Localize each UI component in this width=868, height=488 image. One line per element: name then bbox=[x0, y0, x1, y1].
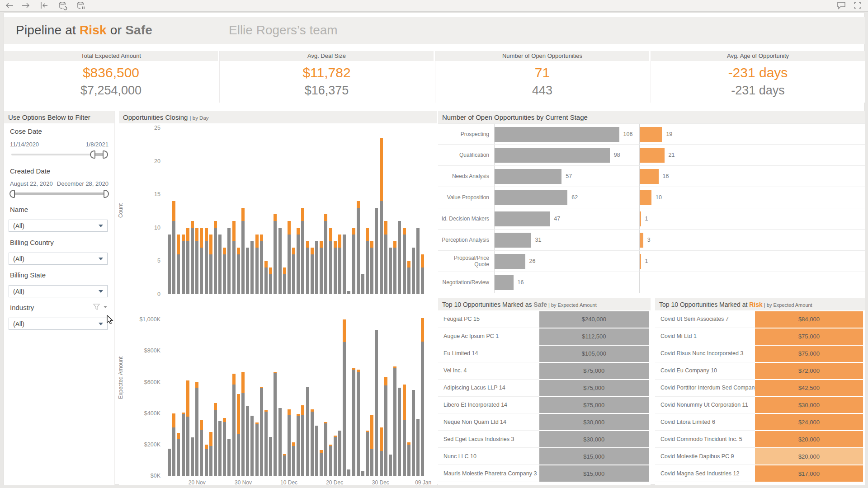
safe-segment[interactable] bbox=[246, 248, 249, 294]
table-row[interactable]: Covid Mi Ltd 1$75,000 bbox=[655, 328, 863, 345]
table-row[interactable]: Adipiscing Lacus LLP 14$75,000 bbox=[438, 380, 649, 397]
stacked-bar[interactable] bbox=[255, 312, 259, 476]
table-row[interactable]: Nunc LLC 10$15,000 bbox=[438, 448, 649, 465]
safe-segment[interactable] bbox=[403, 420, 406, 476]
forward-button[interactable] bbox=[20, 1, 32, 10]
risk-segment[interactable] bbox=[200, 228, 203, 248]
expected-amount-cell[interactable]: $42,500 bbox=[755, 380, 863, 396]
safe-segment[interactable] bbox=[324, 423, 327, 476]
stacked-bar[interactable] bbox=[214, 128, 217, 294]
table-row[interactable]: Feugiat PC 15$240,000 bbox=[438, 311, 649, 328]
open-bar[interactable] bbox=[495, 148, 610, 163]
safe-segment[interactable] bbox=[195, 388, 198, 476]
stage-row[interactable]: Value Proposition6210 bbox=[438, 187, 865, 208]
risk-segment[interactable] bbox=[393, 241, 396, 248]
open-bar[interactable] bbox=[495, 190, 567, 205]
stacked-bar[interactable] bbox=[237, 312, 240, 476]
safe-segment[interactable] bbox=[191, 437, 194, 476]
stacked-bar[interactable] bbox=[223, 128, 226, 294]
risk-segment[interactable] bbox=[320, 450, 323, 453]
created-date-slider[interactable] bbox=[11, 193, 107, 195]
open-bar[interactable] bbox=[495, 127, 619, 142]
risk-segment[interactable] bbox=[380, 138, 383, 201]
safe-segment[interactable] bbox=[241, 221, 245, 294]
stacked-bar[interactable] bbox=[412, 128, 415, 294]
stacked-bar[interactable] bbox=[306, 312, 309, 476]
risk-segment[interactable] bbox=[172, 413, 175, 427]
stacked-bar[interactable] bbox=[288, 312, 291, 476]
safe-segment[interactable] bbox=[283, 274, 286, 294]
safe-segment[interactable] bbox=[246, 406, 249, 476]
stacked-bar[interactable] bbox=[393, 128, 396, 294]
stage-row[interactable]: Qualification9821 bbox=[438, 145, 865, 166]
safe-segment[interactable] bbox=[214, 228, 217, 294]
risk-segment[interactable] bbox=[182, 235, 185, 241]
open-bar[interactable] bbox=[495, 275, 514, 290]
safe-segment[interactable] bbox=[250, 416, 254, 476]
safe-segment[interactable] bbox=[172, 221, 175, 294]
safe-segment[interactable] bbox=[370, 248, 373, 294]
stacked-bar[interactable] bbox=[168, 312, 171, 476]
stacked-bar[interactable] bbox=[403, 128, 406, 294]
risk-segment[interactable] bbox=[223, 248, 226, 254]
stacked-bar[interactable] bbox=[292, 128, 295, 294]
stacked-bar[interactable] bbox=[177, 128, 180, 294]
stacked-bar[interactable] bbox=[237, 128, 240, 294]
stacked-bar[interactable] bbox=[227, 128, 231, 294]
stacked-bar[interactable] bbox=[380, 128, 383, 294]
risk-segment[interactable] bbox=[200, 420, 203, 430]
safe-segment[interactable] bbox=[168, 235, 171, 294]
risk-segment[interactable] bbox=[260, 235, 263, 241]
expected-amount-cell[interactable]: $75,000 bbox=[755, 328, 863, 345]
risk-segment[interactable] bbox=[255, 235, 259, 248]
safe-segment[interactable] bbox=[320, 453, 323, 476]
safe-segment[interactable] bbox=[205, 241, 208, 294]
risk-segment[interactable] bbox=[311, 248, 314, 254]
stacked-bar[interactable] bbox=[347, 312, 350, 476]
risk-segment[interactable] bbox=[301, 405, 304, 415]
safe-segment[interactable] bbox=[311, 254, 314, 294]
stacked-bar[interactable] bbox=[205, 128, 208, 294]
stacked-bar[interactable] bbox=[200, 312, 203, 476]
stacked-bar[interactable] bbox=[421, 128, 424, 294]
safe-segment[interactable] bbox=[421, 342, 424, 476]
safe-segment[interactable] bbox=[195, 241, 198, 294]
risk-bar[interactable] bbox=[640, 254, 641, 269]
kpi-total-expected-amount[interactable]: Total Expected Amount $836,500 $7,254,00… bbox=[4, 51, 218, 103]
stacked-bar[interactable] bbox=[311, 312, 314, 476]
safe-segment[interactable] bbox=[288, 235, 291, 294]
risk-bar[interactable] bbox=[640, 148, 665, 163]
billing-country-filter-dropdown[interactable]: (All) bbox=[9, 253, 108, 265]
risk-segment[interactable] bbox=[232, 221, 236, 241]
risk-segment[interactable] bbox=[292, 442, 295, 446]
stacked-bar[interactable] bbox=[375, 312, 378, 476]
stacked-bar[interactable] bbox=[182, 128, 185, 294]
table-row[interactable]: Augue Ac Ipsum PC 1$112,500 bbox=[438, 328, 649, 345]
stacked-bar[interactable] bbox=[283, 312, 286, 476]
safe-segment[interactable] bbox=[357, 208, 360, 294]
stacked-bar[interactable] bbox=[403, 312, 406, 476]
risk-segment[interactable] bbox=[205, 228, 208, 241]
safe-segment[interactable] bbox=[232, 241, 236, 294]
stacked-bar[interactable] bbox=[172, 312, 175, 476]
risk-segment[interactable] bbox=[370, 415, 373, 449]
risk-bar[interactable] bbox=[640, 233, 643, 248]
stacked-bar[interactable] bbox=[347, 128, 350, 294]
table-row[interactable]: Sed Eget Lacus Industries 3$30,000 bbox=[438, 431, 649, 448]
stacked-bar[interactable] bbox=[407, 128, 410, 294]
risk-segment[interactable] bbox=[288, 221, 291, 234]
safe-segment[interactable] bbox=[393, 368, 396, 476]
safe-segment[interactable] bbox=[191, 228, 194, 294]
stacked-bar[interactable] bbox=[343, 312, 346, 476]
open-bar[interactable] bbox=[495, 233, 531, 248]
safe-segment[interactable] bbox=[393, 248, 396, 294]
stacked-bar[interactable] bbox=[191, 312, 194, 476]
safe-segment[interactable] bbox=[398, 388, 401, 476]
safe-segment[interactable] bbox=[177, 439, 180, 476]
table-row[interactable]: Covid Magna Sed Industries 12$17,000 bbox=[655, 465, 863, 482]
expected-amount-cell[interactable]: $72,000 bbox=[755, 363, 863, 379]
safe-segment[interactable] bbox=[223, 254, 226, 294]
safe-segment[interactable] bbox=[384, 385, 387, 476]
stacked-bar[interactable] bbox=[260, 312, 263, 476]
risk-segment[interactable] bbox=[195, 228, 198, 241]
